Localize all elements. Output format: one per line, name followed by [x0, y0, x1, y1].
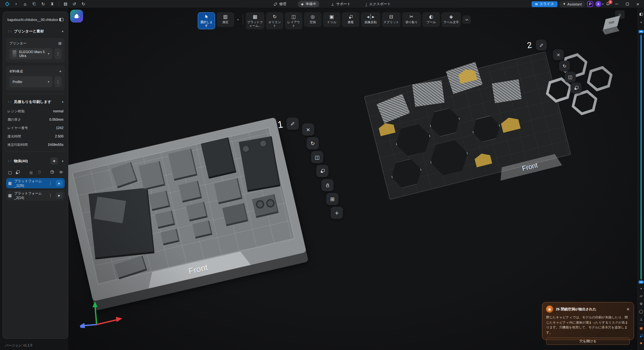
tool-layout[interactable]: ◫ レイアウト: [285, 12, 302, 29]
platform-2-orient-button[interactable]: ↻: [559, 61, 570, 71]
duplicate-objects-icon[interactable]: [16, 170, 19, 175]
toolbar-collapse-button[interactable]: ↘↖: [462, 15, 471, 24]
select-all-icon[interactable]: ▢: [8, 170, 12, 175]
platform-1-close-button[interactable]: ×: [302, 123, 314, 136]
chevron-down-icon[interactable]: ▾: [62, 100, 63, 104]
printer-menu-button[interactable]: ⋮: [54, 48, 62, 59]
account-button[interactable]: ▾: [595, 1, 603, 7]
row-menu-icon[interactable]: ⋮: [49, 181, 52, 185]
material-select[interactable]: Profile ▾: [9, 76, 52, 87]
object-row-platform-1[interactable]: ▦ プラットフォーム_1(26) ⋮ ▶: [6, 178, 65, 188]
tool-split[interactable]: ⊟ スプリット: [382, 12, 401, 27]
slice-button[interactable]: ≋ スライス: [532, 1, 557, 7]
mode-export[interactable]: ↑ エクスポート: [362, 1, 394, 7]
material-label: 材料構成: [9, 69, 23, 74]
close-button[interactable]: ×: [634, 1, 642, 7]
estimate-section-header[interactable]: ⋮⋮ 見積もりを印刷します ▾: [6, 97, 65, 107]
layer-slider-top-handle[interactable]: [639, 30, 644, 33]
platform-1-orient-button[interactable]: ↻: [307, 137, 319, 149]
platform-2-duplicate-button[interactable]: [571, 82, 582, 93]
notifications-button[interactable]: 6: [606, 1, 610, 7]
add-object-button[interactable]: +: [50, 157, 58, 165]
open-holes-button[interactable]: 穴を開ける: [546, 337, 630, 345]
right-edge-toolbar: ▾ ▴ ▱ ⊚ ◯ ⊥ ▣ ●: [638, 8, 644, 350]
object-row-platform-2[interactable]: ▦ プラットフォーム_2(14) ⋮ ▶: [6, 190, 65, 201]
platform-1-add-button[interactable]: +: [331, 207, 343, 219]
measure-menu-caret[interactable]: ▾: [236, 12, 240, 27]
model-view-icon[interactable]: ▱: [638, 294, 644, 298]
drag-handle-icon[interactable]: ⋮⋮: [7, 30, 12, 33]
platform-1-rename-button[interactable]: [287, 118, 299, 130]
platform-2-rename-button[interactable]: [536, 40, 547, 51]
drag-handle-icon[interactable]: ⋮⋮: [7, 100, 12, 103]
material-menu-button[interactable]: ⋮: [54, 76, 62, 87]
printer-section-header[interactable]: ⋮⋮ プリンターと素材 ▾: [6, 26, 65, 37]
import-model-icon[interactable]: ↻: [39, 1, 47, 7]
sphere-view-icon[interactable]: ◯: [638, 309, 644, 314]
logo-menu-caret[interactable]: ▾: [12, 1, 20, 7]
palette-icon[interactable]: [50, 170, 54, 175]
chevron-down-icon[interactable]: ▾: [62, 30, 63, 33]
support-view-icon[interactable]: ⊥: [638, 317, 644, 321]
tool-hollow[interactable]: ◎ 空洞: [304, 12, 321, 27]
platform-1-lock-button[interactable]: [321, 179, 334, 191]
mode-repair[interactable]: 修理: [270, 1, 289, 7]
layer-slider-track[interactable]: [640, 35, 642, 279]
row-menu-icon[interactable]: ⋮: [49, 193, 52, 198]
save-icon[interactable]: [62, 1, 69, 7]
drag-handle-icon[interactable]: ⋮⋮: [7, 160, 12, 163]
build-platform-1[interactable]: Front: [68, 117, 307, 301]
app-logo-icon[interactable]: [3, 1, 11, 7]
platform-2-close-button[interactable]: ×: [553, 49, 564, 60]
open-file-icon[interactable]: ⎗: [30, 1, 38, 7]
platform-1-plate[interactable]: Front: [68, 117, 307, 301]
plugin-p-button[interactable]: P: [587, 1, 593, 7]
tool-mirror[interactable]: ◂┊▸ 鏡像反転: [361, 12, 380, 27]
tool-drill[interactable]: ▣ ドリル: [323, 12, 340, 27]
tool-platform[interactable]: ▦ プラットフォーム...: [246, 12, 264, 29]
platform-1-arrange-button[interactable]: ⊞: [326, 193, 338, 205]
model-hatched[interactable]: [492, 79, 522, 103]
printer-select[interactable]: ELEGOO Mars 5 Ultra ▾: [9, 48, 52, 59]
expand-row-button[interactable]: ▶: [56, 192, 63, 199]
home-icon[interactable]: ⌂: [21, 1, 29, 7]
visibility-icon[interactable]: [59, 170, 63, 175]
objects-section-header[interactable]: ⋮⋮ 物体(40) + ▾: [6, 155, 65, 167]
collapse-right-panel-icon[interactable]: [638, 13, 644, 17]
maximize-button[interactable]: [623, 1, 631, 7]
layer-slider-bottom-handle[interactable]: [639, 280, 644, 284]
redo-icon[interactable]: ↻: [80, 1, 87, 7]
chevron-down-icon[interactable]: ▾: [638, 21, 644, 24]
workspace-icon[interactable]: ⧗: [48, 1, 56, 7]
tool-label-text[interactable]: ◈ ラベル文字: [441, 12, 461, 27]
active-tool-icon[interactable]: ▣: [638, 326, 644, 330]
add-printer-icon[interactable]: ⊞: [58, 41, 62, 46]
notification-close-icon[interactable]: ✕: [626, 307, 630, 312]
mode-support[interactable]: ⊥ サポート: [328, 1, 354, 7]
3d-viewport[interactable]: Front Front 1 × ↻ ◫: [68, 8, 638, 350]
platform-1-layout-button[interactable]: ◫: [311, 151, 323, 163]
tool-boolean[interactable]: ◐ ブール: [422, 12, 440, 27]
tool-select[interactable]: 選択します: [198, 12, 215, 29]
chevron-down-icon[interactable]: ▾: [62, 159, 63, 163]
collapse-sidebar-icon[interactable]: [59, 18, 63, 21]
tool-measure[interactable]: ▥ 測定: [217, 12, 234, 27]
assistant-button[interactable]: ✦ Assistant: [560, 1, 585, 7]
platform-1-duplicate-button[interactable]: [316, 165, 328, 177]
expand-row-button[interactable]: ▶: [56, 180, 63, 186]
undo-icon[interactable]: ↺: [71, 1, 78, 7]
settings-icon[interactable]: ⊚: [638, 302, 644, 306]
tool-duplicate[interactable]: 重複: [342, 12, 359, 27]
tool-orient[interactable]: ↻ オリエント: [266, 12, 283, 29]
copy-layers-icon[interactable]: [638, 334, 644, 338]
model-hatched[interactable]: [412, 80, 445, 107]
workspace-switch-button[interactable]: [70, 10, 83, 23]
platform-icon: ▦: [8, 193, 12, 198]
chevron-up-icon[interactable]: ▴: [638, 287, 644, 290]
objects-toolbar: ▢ ▣: [6, 167, 65, 178]
minimize-button[interactable]: [612, 1, 621, 7]
mode-prepare[interactable]: ◆ 準備中: [298, 1, 319, 7]
tool-cut[interactable]: ✂ 切り取り: [402, 12, 421, 27]
platform-2-layout-button[interactable]: ◫: [565, 71, 576, 82]
add-material-icon[interactable]: +: [59, 69, 62, 74]
